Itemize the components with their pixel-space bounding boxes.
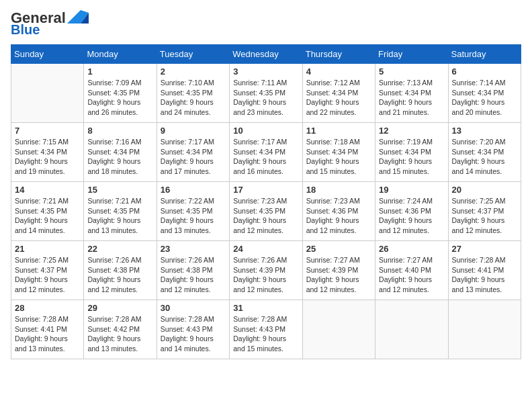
calendar-cell: 6Sunrise: 7:14 AMSunset: 4:34 PMDaylight… <box>448 64 521 123</box>
calendar-cell: 30Sunrise: 7:28 AMSunset: 4:43 PMDayligh… <box>157 300 229 359</box>
calendar-cell: 15Sunrise: 7:21 AMSunset: 4:35 PMDayligh… <box>84 182 157 241</box>
calendar-cell <box>375 300 448 359</box>
calendar-cell: 3Sunrise: 7:11 AMSunset: 4:35 PMDaylight… <box>230 64 302 123</box>
day-number: 29 <box>87 303 152 313</box>
calendar-cell: 13Sunrise: 7:20 AMSunset: 4:34 PMDayligh… <box>448 123 521 182</box>
day-info: Sunrise: 7:28 AMSunset: 4:42 PMDaylight:… <box>87 314 152 354</box>
day-number: 5 <box>379 66 444 77</box>
calendar-cell: 9Sunrise: 7:17 AMSunset: 4:34 PMDaylight… <box>157 123 229 182</box>
day-info: Sunrise: 7:26 AMSunset: 4:39 PMDaylight:… <box>233 255 298 295</box>
calendar-week-row: 7Sunrise: 7:15 AMSunset: 4:34 PMDaylight… <box>11 123 521 182</box>
day-header-friday: Friday <box>375 45 448 64</box>
calendar-cell: 25Sunrise: 7:27 AMSunset: 4:39 PMDayligh… <box>302 241 375 300</box>
calendar-cell: 16Sunrise: 7:22 AMSunset: 4:35 PMDayligh… <box>157 182 229 241</box>
day-info: Sunrise: 7:28 AMSunset: 4:41 PMDaylight:… <box>452 255 517 295</box>
day-info: Sunrise: 7:28 AMSunset: 4:41 PMDaylight:… <box>15 314 80 354</box>
day-number: 10 <box>233 126 298 136</box>
calendar-cell <box>448 300 521 359</box>
day-info: Sunrise: 7:25 AMSunset: 4:37 PMDaylight:… <box>452 196 517 236</box>
day-info: Sunrise: 7:20 AMSunset: 4:34 PMDaylight:… <box>452 137 517 177</box>
day-number: 2 <box>161 66 226 77</box>
calendar: SundayMondayTuesdayWednesdayThursdayFrid… <box>11 44 521 359</box>
calendar-cell: 17Sunrise: 7:23 AMSunset: 4:35 PMDayligh… <box>230 182 302 241</box>
day-info: Sunrise: 7:18 AMSunset: 4:34 PMDaylight:… <box>306 137 371 177</box>
day-number: 20 <box>452 185 517 195</box>
day-number: 14 <box>15 185 80 195</box>
calendar-cell: 26Sunrise: 7:27 AMSunset: 4:40 PMDayligh… <box>375 241 448 300</box>
calendar-cell: 5Sunrise: 7:13 AMSunset: 4:34 PMDaylight… <box>375 64 448 123</box>
day-info: Sunrise: 7:12 AMSunset: 4:34 PMDaylight:… <box>306 78 371 118</box>
day-info: Sunrise: 7:21 AMSunset: 4:35 PMDaylight:… <box>87 196 152 236</box>
day-info: Sunrise: 7:19 AMSunset: 4:34 PMDaylight:… <box>379 137 444 177</box>
day-number: 4 <box>306 66 371 77</box>
day-number: 22 <box>87 244 152 254</box>
day-number: 26 <box>379 244 444 254</box>
day-info: Sunrise: 7:28 AMSunset: 4:43 PMDaylight:… <box>161 314 226 354</box>
calendar-week-row: 28Sunrise: 7:28 AMSunset: 4:41 PMDayligh… <box>11 300 521 359</box>
logo-blue-text: Blue <box>11 23 40 36</box>
calendar-week-row: 21Sunrise: 7:25 AMSunset: 4:37 PMDayligh… <box>11 241 521 300</box>
day-number: 28 <box>15 303 80 313</box>
day-info: Sunrise: 7:27 AMSunset: 4:40 PMDaylight:… <box>379 255 444 295</box>
day-info: Sunrise: 7:27 AMSunset: 4:39 PMDaylight:… <box>306 255 371 295</box>
calendar-week-row: 14Sunrise: 7:21 AMSunset: 4:35 PMDayligh… <box>11 182 521 241</box>
day-number: 17 <box>233 185 298 195</box>
calendar-cell: 31Sunrise: 7:28 AMSunset: 4:43 PMDayligh… <box>230 300 302 359</box>
day-info: Sunrise: 7:23 AMSunset: 4:35 PMDaylight:… <box>233 196 298 236</box>
day-info: Sunrise: 7:25 AMSunset: 4:37 PMDaylight:… <box>15 255 80 295</box>
day-info: Sunrise: 7:24 AMSunset: 4:36 PMDaylight:… <box>379 196 444 236</box>
day-number: 19 <box>379 185 444 195</box>
day-info: Sunrise: 7:21 AMSunset: 4:35 PMDaylight:… <box>15 196 80 236</box>
day-info: Sunrise: 7:17 AMSunset: 4:34 PMDaylight:… <box>233 137 298 177</box>
logo-icon <box>67 10 89 24</box>
calendar-cell: 21Sunrise: 7:25 AMSunset: 4:37 PMDayligh… <box>11 241 84 300</box>
calendar-cell: 22Sunrise: 7:26 AMSunset: 4:38 PMDayligh… <box>84 241 157 300</box>
day-info: Sunrise: 7:26 AMSunset: 4:38 PMDaylight:… <box>87 255 152 295</box>
calendar-cell: 7Sunrise: 7:15 AMSunset: 4:34 PMDaylight… <box>11 123 84 182</box>
day-header-saturday: Saturday <box>448 45 521 64</box>
calendar-cell: 14Sunrise: 7:21 AMSunset: 4:35 PMDayligh… <box>11 182 84 241</box>
day-number: 7 <box>15 126 80 136</box>
calendar-cell: 4Sunrise: 7:12 AMSunset: 4:34 PMDaylight… <box>302 64 375 123</box>
day-header-sunday: Sunday <box>11 45 84 64</box>
day-header-monday: Monday <box>84 45 157 64</box>
day-header-tuesday: Tuesday <box>157 45 229 64</box>
day-number: 16 <box>161 185 226 195</box>
page-header: General Blue <box>11 11 521 36</box>
day-info: Sunrise: 7:28 AMSunset: 4:43 PMDaylight:… <box>233 314 298 354</box>
calendar-cell: 12Sunrise: 7:19 AMSunset: 4:34 PMDayligh… <box>375 123 448 182</box>
day-info: Sunrise: 7:11 AMSunset: 4:35 PMDaylight:… <box>233 78 298 118</box>
calendar-cell: 20Sunrise: 7:25 AMSunset: 4:37 PMDayligh… <box>448 182 521 241</box>
day-info: Sunrise: 7:16 AMSunset: 4:34 PMDaylight:… <box>87 137 152 177</box>
calendar-cell: 23Sunrise: 7:26 AMSunset: 4:38 PMDayligh… <box>157 241 229 300</box>
calendar-cell: 1Sunrise: 7:09 AMSunset: 4:35 PMDaylight… <box>84 64 157 123</box>
calendar-cell: 24Sunrise: 7:26 AMSunset: 4:39 PMDayligh… <box>230 241 302 300</box>
calendar-cell: 8Sunrise: 7:16 AMSunset: 4:34 PMDaylight… <box>84 123 157 182</box>
day-number: 12 <box>379 126 444 136</box>
day-header-wednesday: Wednesday <box>230 45 302 64</box>
calendar-cell: 27Sunrise: 7:28 AMSunset: 4:41 PMDayligh… <box>448 241 521 300</box>
day-number: 1 <box>87 66 152 77</box>
day-number: 30 <box>161 303 226 313</box>
day-number: 31 <box>233 303 298 313</box>
day-info: Sunrise: 7:13 AMSunset: 4:34 PMDaylight:… <box>379 78 444 118</box>
day-number: 13 <box>452 126 517 136</box>
day-info: Sunrise: 7:15 AMSunset: 4:34 PMDaylight:… <box>15 137 80 177</box>
day-number: 25 <box>306 244 371 254</box>
day-number: 11 <box>306 126 371 136</box>
logo: General Blue <box>11 11 89 36</box>
calendar-cell: 29Sunrise: 7:28 AMSunset: 4:42 PMDayligh… <box>84 300 157 359</box>
calendar-cell: 2Sunrise: 7:10 AMSunset: 4:35 PMDaylight… <box>157 64 229 123</box>
calendar-cell <box>302 300 375 359</box>
calendar-cell <box>11 64 84 123</box>
day-info: Sunrise: 7:22 AMSunset: 4:35 PMDaylight:… <box>161 196 226 236</box>
day-number: 8 <box>87 126 152 136</box>
day-info: Sunrise: 7:17 AMSunset: 4:34 PMDaylight:… <box>161 137 226 177</box>
day-header-thursday: Thursday <box>302 45 375 64</box>
calendar-header-row: SundayMondayTuesdayWednesdayThursdayFrid… <box>11 45 521 64</box>
day-number: 24 <box>233 244 298 254</box>
day-info: Sunrise: 7:09 AMSunset: 4:35 PMDaylight:… <box>87 78 152 118</box>
calendar-week-row: 1Sunrise: 7:09 AMSunset: 4:35 PMDaylight… <box>11 64 521 123</box>
calendar-cell: 11Sunrise: 7:18 AMSunset: 4:34 PMDayligh… <box>302 123 375 182</box>
day-info: Sunrise: 7:14 AMSunset: 4:34 PMDaylight:… <box>452 78 517 118</box>
